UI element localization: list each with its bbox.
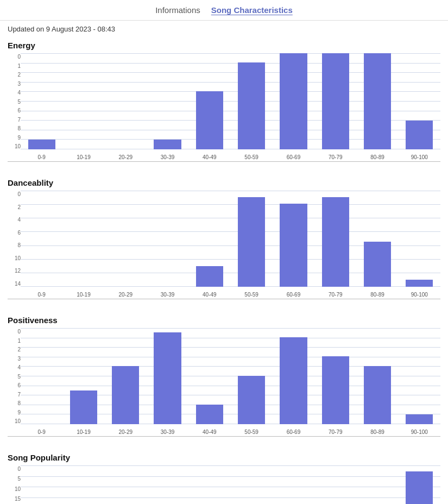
y-label: 10	[8, 256, 21, 261]
y-label: 10	[8, 419, 21, 424]
y-label: 1	[8, 64, 21, 69]
bar-group-6: 60-69	[273, 191, 314, 287]
bar-label: 30-39	[161, 154, 175, 160]
bar	[280, 53, 307, 149]
bar-group-8: 80-89	[356, 465, 398, 504]
chart-1: 141210864200-910-1920-2930-3940-4950-596…	[8, 191, 440, 299]
bar-group-0: 0-9	[21, 191, 62, 287]
bar	[364, 366, 391, 424]
bar-label: 10-19	[77, 429, 91, 435]
bar-group-7: 70-79	[314, 328, 356, 424]
bar-label: 0-9	[37, 154, 45, 160]
bar	[322, 53, 349, 149]
bar-label: 0-9	[37, 292, 45, 298]
y-label: 10	[8, 487, 21, 492]
charts-container: Energy1098765432100-910-1920-2930-3940-4…	[0, 35, 448, 504]
bar-group-1: 10-19	[62, 328, 104, 424]
y-label: 1	[8, 338, 21, 344]
bar-label: 50-59	[244, 292, 258, 298]
y-label: 15	[8, 496, 21, 502]
y-label: 9	[8, 410, 21, 415]
bar-group-1: 10-19	[62, 465, 104, 504]
y-label: 14	[8, 281, 21, 287]
bar-group-9: 90-100	[399, 465, 440, 504]
y-label: 4	[8, 365, 21, 370]
bar	[154, 140, 181, 149]
bar-label: 20-29	[118, 154, 132, 160]
bar-group-0: 0-9	[21, 328, 62, 424]
bar-label: 50-59	[244, 429, 258, 435]
bar-group-3: 30-39	[147, 191, 188, 287]
bar-group-2: 20-29	[105, 191, 147, 287]
bar	[28, 140, 55, 149]
bar-group-0: 0-9	[21, 465, 62, 504]
y-label: 6	[8, 383, 21, 388]
y-label: 5	[8, 99, 21, 105]
bar	[196, 405, 223, 424]
chart-section-2: Positiveness1098765432100-910-1920-2930-…	[0, 310, 448, 448]
bar-label: 50-59	[244, 154, 258, 160]
bars-wrapper-0: 0-910-1920-2930-3940-4950-5960-6970-7980…	[21, 53, 440, 161]
bar	[196, 266, 223, 287]
y-label: 8	[8, 401, 21, 406]
bar	[406, 280, 433, 287]
bar-label: 30-39	[161, 292, 175, 298]
bar-label: 60-69	[287, 292, 301, 298]
bar-group-2: 20-29	[105, 465, 147, 504]
bar-group-4: 40-49	[188, 328, 230, 424]
bar-group-6: 60-69	[273, 53, 314, 149]
bar-group-1: 10-19	[62, 191, 104, 287]
bar-group-0: 0-9	[21, 53, 62, 149]
bar-label: 0-9	[37, 429, 45, 435]
bar-group-2: 20-29	[105, 328, 147, 424]
bar-group-5: 50-59	[230, 328, 272, 424]
bar-group-8: 80-89	[356, 328, 398, 424]
bar-label: 70-79	[329, 429, 343, 435]
bar	[196, 91, 223, 149]
bar-group-9: 90-100	[399, 191, 440, 287]
bar-label: 30-39	[161, 429, 175, 435]
bar-label: 60-69	[287, 429, 301, 435]
chart-title-2: Positiveness	[8, 316, 440, 325]
tab-song-characteristics[interactable]: Song Characteristics	[211, 5, 293, 17]
y-label: 0	[8, 467, 21, 472]
y-label: 7	[8, 117, 21, 123]
bar	[406, 121, 433, 149]
bar-label: 60-69	[287, 154, 301, 160]
bar-group-8: 80-89	[356, 53, 398, 149]
updated-timestamp: Updated on 9 August 2023 - 08:43	[0, 21, 448, 35]
y-label: 7	[8, 392, 21, 398]
bar-group-8: 80-89	[356, 191, 398, 287]
y-label: 4	[8, 90, 21, 96]
bar-group-5: 50-59	[230, 53, 272, 149]
bar-group-9: 90-100	[399, 328, 440, 424]
y-label: 8	[8, 126, 21, 131]
y-label: 10	[8, 144, 21, 149]
chart-section-0: Energy1098765432100-910-1920-2930-3940-4…	[0, 35, 448, 173]
bar-group-4: 40-49	[188, 53, 230, 149]
bar-label: 10-19	[77, 154, 91, 160]
chart-0: 1098765432100-910-1920-2930-3940-4950-59…	[8, 53, 440, 162]
y-label: 3	[8, 81, 21, 87]
chart-title-3: Song Popularity	[8, 453, 440, 462]
bar-label: 80-89	[370, 429, 384, 435]
y-label: 9	[8, 135, 21, 141]
y-label: 2	[8, 347, 21, 352]
chart-section-1: Danceablity141210864200-910-1920-2930-39…	[0, 173, 448, 310]
bar	[70, 390, 97, 424]
bar	[406, 414, 433, 424]
bar-label: 80-89	[370, 292, 384, 298]
bar	[406, 471, 433, 504]
bar-label: 90-100	[411, 154, 428, 160]
tab-informations[interactable]: Informations	[155, 5, 200, 17]
bar-label: 80-89	[370, 154, 384, 160]
bar-group-7: 70-79	[314, 53, 356, 149]
y-label: 5	[8, 374, 21, 380]
bar	[154, 332, 181, 424]
bar-label: 90-100	[411, 429, 428, 435]
bar-label: 10-19	[77, 292, 91, 298]
bar	[238, 62, 265, 149]
bar-group-9: 90-100	[399, 53, 440, 149]
chart-title-0: Energy	[8, 41, 440, 50]
bar-label: 40-49	[203, 292, 217, 298]
